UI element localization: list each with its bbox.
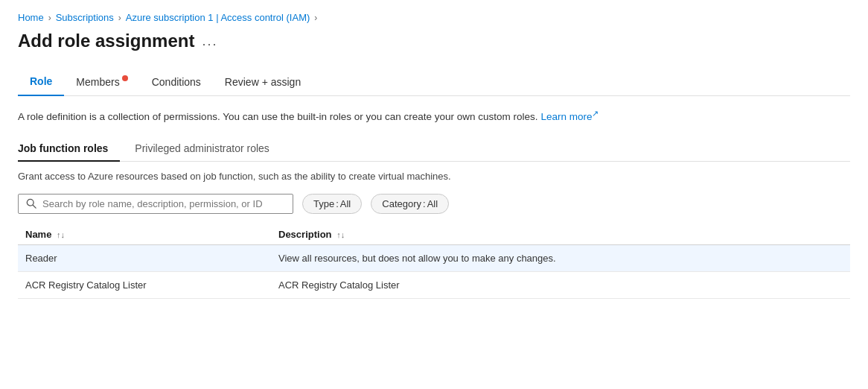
search-icon [26,198,36,209]
tab-conditions[interactable]: Conditions [140,70,213,95]
learn-more-link[interactable]: Learn more↗ [540,111,599,122]
breadcrumb-home[interactable]: Home [18,12,44,23]
column-name: Name ↑↓ [18,224,271,245]
sub-tabs: Job function roles Privileged administra… [18,138,850,162]
table-row[interactable]: Reader View all resources, but does not … [18,244,850,271]
breadcrumb-subscriptions[interactable]: Subscriptions [56,12,114,23]
category-filter-value: All [427,198,438,209]
row-desc-acr: ACR Registry Catalog Lister [271,271,850,298]
type-filter-value: All [340,198,351,209]
page-title-section: Add role assignment ... [18,31,850,51]
category-filter-label: Category [382,198,421,209]
main-tabs: Role Members Conditions Review + assign [18,69,850,96]
row-name-reader: Reader [18,244,271,271]
roles-table: Name ↑↓ Description ↑↓ Reader View all r… [18,224,850,299]
search-box[interactable] [18,194,293,214]
page-title: Add role assignment [18,31,194,51]
table-header-row: Name ↑↓ Description ↑↓ [18,224,850,245]
type-filter-label: Type [313,198,334,209]
sub-tab-job-function[interactable]: Job function roles [18,138,120,162]
breadcrumb-sep-3: › [314,13,317,23]
filter-bar: Type : All Category : All [18,194,850,214]
grant-text: Grant access to Azure resources based on… [18,171,850,182]
tab-members[interactable]: Members [64,69,139,95]
row-name-acr: ACR Registry Catalog Lister [18,271,271,298]
role-description: A role definition is a collection of per… [18,107,850,124]
type-filter-chip[interactable]: Type : All [302,194,362,214]
tab-review-assign[interactable]: Review + assign [213,70,313,95]
breadcrumb-sep-1: › [48,13,51,23]
row-desc-reader: View all resources, but does not allow y… [271,244,850,271]
sub-tab-privileged-admin[interactable]: Privileged administrator roles [135,138,281,160]
search-input[interactable] [42,198,285,209]
name-sort-icon[interactable]: ↑↓ [57,230,65,239]
tab-role[interactable]: Role [18,69,64,96]
more-options-button[interactable]: ... [202,34,217,49]
table-row[interactable]: ACR Registry Catalog Lister ACR Registry… [18,271,850,298]
column-description: Description ↑↓ [271,224,850,245]
breadcrumb: Home › Subscriptions › Azure subscriptio… [18,12,850,23]
description-sort-icon[interactable]: ↑↓ [336,230,345,239]
members-badge [122,75,128,81]
category-filter-chip[interactable]: Category : All [371,194,449,214]
breadcrumb-sep-2: › [118,13,121,23]
breadcrumb-iam[interactable]: Azure subscription 1 | Access control (I… [126,12,310,23]
external-link-icon: ↗ [592,108,599,117]
svg-line-1 [33,205,36,208]
